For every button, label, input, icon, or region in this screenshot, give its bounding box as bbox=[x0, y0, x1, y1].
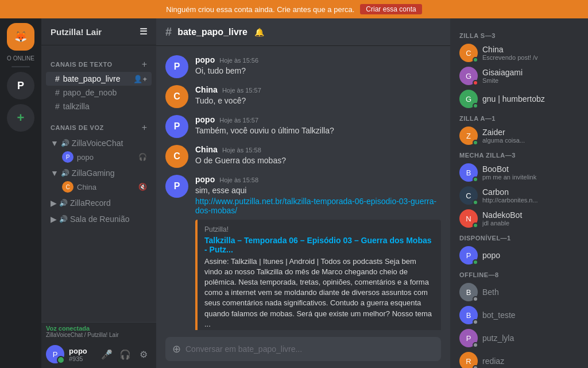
message-5: P popo Hoje às 15:58 sim, esse aqui http… bbox=[165, 175, 441, 330]
bot-teste-name: bot_teste bbox=[482, 310, 579, 320]
chat-input[interactable] bbox=[185, 344, 434, 354]
gisaiagami-name: Gisaiagami bbox=[482, 68, 579, 77]
channel-papo-de-noob[interactable]: # papo_de_noob bbox=[46, 86, 152, 99]
carbon-info: Carbon http://carbonites.n... bbox=[482, 187, 579, 204]
msg4-username: China bbox=[195, 145, 218, 154]
channel-name: bate_papo_livre bbox=[177, 27, 247, 37]
channel-list: CANAIS DE TEXTO + # bate_papo_livre 👤+ #… bbox=[41, 45, 156, 322]
voice-connected-sub: ZillaVoiceChat / Putzilla! Lair bbox=[46, 332, 152, 338]
msg4-header: China Hoje às 15:58 bbox=[195, 145, 441, 154]
member-gisaiagami[interactable]: G Gisaiagami Smite bbox=[455, 64, 583, 87]
server-icon-secondary[interactable]: P bbox=[7, 72, 34, 99]
voice-channel-header-zilla-voice[interactable]: ▼ 🔊 ZillaVoiceChat bbox=[46, 136, 152, 150]
voice-channel-sala-reuniao: ▶ 🔊 Sala de Reunião bbox=[41, 211, 156, 227]
gisaiagami-status-dot bbox=[473, 80, 478, 86]
channel-hash-icon: # bbox=[165, 25, 172, 39]
user-area: P popo #935 🎤 🎧 ⚙ bbox=[41, 340, 156, 368]
member-bot-teste[interactable]: B bot_teste bbox=[455, 304, 583, 327]
member-putz-lyla[interactable]: P putz_lyla bbox=[455, 327, 583, 350]
member-carbon[interactable]: C Carbon http://carbonites.n... bbox=[455, 184, 583, 207]
muted-icon: 🔇 bbox=[138, 183, 147, 191]
member-nadekobot[interactable]: N NadekoBot jdl anable bbox=[455, 207, 583, 230]
boobot-status-dot bbox=[473, 177, 478, 182]
channel-talkzilla[interactable]: # talkzilla bbox=[46, 99, 152, 113]
member-gnu[interactable]: G gnu | humbertobz bbox=[455, 87, 583, 110]
nadekobot-avatar: N bbox=[459, 209, 478, 228]
msg4-time: Hoje às 15:58 bbox=[222, 147, 261, 154]
headphone-button[interactable]: 🎧 bbox=[117, 346, 133, 362]
member-boobot[interactable]: B BooBot pm me an invitelink bbox=[455, 161, 583, 184]
bot-teste-info: bot_teste bbox=[482, 310, 579, 320]
putz-lyla-info: putz_lyla bbox=[482, 334, 579, 343]
add-server-button[interactable]: + bbox=[7, 104, 34, 132]
voice-member-popo[interactable]: P popo 🎧 bbox=[46, 150, 152, 164]
voice-member-china[interactable]: C China 🔇 bbox=[46, 180, 152, 194]
rediaz-avatar: R bbox=[459, 352, 478, 368]
msg5-link[interactable]: http://www.putzilla.net.br/talkzilla-tem… bbox=[195, 197, 436, 215]
msg2-text: Tudo, e você? bbox=[195, 95, 441, 107]
gisaiagami-avatar: G bbox=[459, 67, 478, 85]
voice-channel-header-zilla-record[interactable]: ▶ 🔊 ZillaRecord bbox=[46, 196, 152, 210]
hamburger-icon[interactable]: ☰ bbox=[140, 26, 147, 37]
add-voice-channel-button[interactable]: + bbox=[142, 122, 147, 133]
msg3-time: Hoje às 15:57 bbox=[219, 117, 258, 124]
popo-avatar-msg3: P bbox=[165, 115, 188, 138]
member-popo[interactable]: P popo bbox=[455, 244, 583, 267]
msg1-content: popo Hoje às 15:56 Oi, tudo bem? bbox=[195, 55, 441, 77]
carbon-status: http://carbonites.n... bbox=[482, 197, 579, 204]
zaider-avatar: Z bbox=[459, 126, 478, 145]
message-1: P popo Hoje às 15:56 Oi, tudo bem? bbox=[165, 55, 441, 78]
msg4-text: O de Guerra dos mobas? bbox=[195, 155, 441, 167]
settings-button[interactable]: ⚙ bbox=[136, 346, 152, 362]
msg2-username: China bbox=[195, 85, 218, 94]
server-icon-putzilla[interactable]: 🦊 bbox=[7, 23, 34, 51]
boobot-name: BooBot bbox=[482, 164, 579, 174]
voice-connected-label: Voz conectada bbox=[46, 325, 152, 332]
bot-teste-status-dot bbox=[473, 319, 478, 325]
upload-icon[interactable]: ⊕ bbox=[172, 343, 181, 355]
hash-icon: # bbox=[55, 74, 60, 83]
rediaz-status-dot bbox=[473, 365, 478, 368]
gnu-avatar: G bbox=[459, 90, 478, 108]
headphone-icon: 🎧 bbox=[138, 153, 147, 161]
member-beth[interactable]: B Beth bbox=[455, 281, 583, 304]
channel-follow-icon: 🔔 bbox=[254, 28, 264, 37]
msg1-text: Oi, tudo bem? bbox=[195, 66, 441, 77]
gisaiagami-info: Gisaiagami Smite bbox=[482, 68, 579, 84]
voice-channels-label: CANAIS DE VOZ + bbox=[41, 113, 156, 135]
rediaz-name: rediaz bbox=[482, 356, 579, 366]
china-status-dot bbox=[473, 57, 478, 63]
msg5-time: Hoje às 15:58 bbox=[219, 177, 258, 183]
chat-input-wrapper: ⊕ bbox=[165, 337, 441, 361]
member-zaider[interactable]: Z Zaider alguma coisa... bbox=[455, 124, 583, 147]
member-rediaz[interactable]: R rediaz bbox=[455, 350, 583, 368]
msg3-username: popo bbox=[195, 115, 215, 124]
china-member-status: Escrevendo post! /v bbox=[482, 54, 579, 61]
server-header[interactable]: Putzilla! Lair ☰ bbox=[41, 18, 156, 45]
voice-channel-header-zilla-gaming[interactable]: ▼ 🔊 ZillaGaming bbox=[46, 166, 152, 180]
add-member-icon[interactable]: 👤+ bbox=[133, 75, 147, 83]
banner-text: Ninguém criou essa conta ainda. Crie ant… bbox=[166, 5, 354, 14]
channel-bate-papo-livre[interactable]: # bate_papo_livre 👤+ bbox=[46, 72, 152, 86]
gnu-name: gnu | humbertobz bbox=[482, 94, 579, 103]
add-text-channel-button[interactable]: + bbox=[142, 59, 147, 70]
msg2-time: Hoje às 15:57 bbox=[222, 87, 261, 94]
voice-channel-header-sala-reuniao[interactable]: ▶ 🔊 Sala de Reunião bbox=[46, 212, 152, 226]
msg3-text: Também, você ouviu o último Talkzilla? bbox=[195, 125, 441, 137]
msg3-content: popo Hoje às 15:57 Também, você ouviu o … bbox=[195, 115, 441, 137]
gnu-info: gnu | humbertobz bbox=[482, 94, 579, 103]
claim-account-button[interactable]: Criar essa conta bbox=[360, 4, 421, 14]
message-2: C China Hoje às 15:57 Tudo, e você? bbox=[165, 85, 441, 108]
messages-list: P popo Hoje às 15:56 Oi, tudo bem? C Chi… bbox=[156, 46, 450, 330]
section-zilla-a: ZILLA A—1 bbox=[455, 110, 583, 124]
main-chat: # bate_papo_livre 🔔 P popo Hoje às 15:56… bbox=[156, 18, 450, 368]
popo-avatar: P bbox=[62, 151, 74, 163]
mic-button[interactable]: 🎤 bbox=[99, 346, 115, 362]
putz-lyla-name: putz_lyla bbox=[482, 334, 579, 343]
member-china[interactable]: C China Escrevendo post! /v bbox=[455, 41, 583, 64]
carbon-status-dot bbox=[473, 200, 478, 205]
message-4: C China Hoje às 15:58 O de Guerra dos mo… bbox=[165, 145, 441, 168]
chat-header: # bate_papo_livre 🔔 bbox=[156, 18, 450, 46]
msg1-username: popo bbox=[195, 55, 215, 64]
beth-avatar: B bbox=[459, 283, 478, 301]
